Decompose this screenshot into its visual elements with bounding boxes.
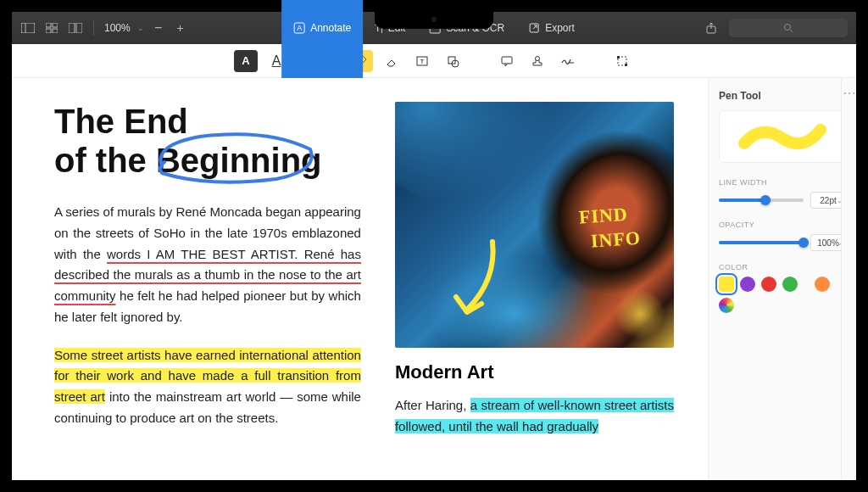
color-swatch-orange[interactable] (815, 277, 830, 292)
svg-rect-4 (46, 29, 51, 33)
svg-rect-3 (53, 23, 58, 27)
color-swatch-red[interactable] (761, 277, 776, 292)
svg-rect-0 (21, 23, 35, 33)
zoom-out-button[interactable]: − (151, 20, 166, 36)
color-swatch-purple[interactable] (740, 277, 755, 292)
paragraph-2: Some street artists have earned internat… (54, 345, 361, 429)
arrow-annotation[interactable] (446, 238, 505, 322)
search-input[interactable] (729, 19, 848, 37)
svg-text:A: A (297, 24, 302, 32)
page-view-icon[interactable] (68, 20, 83, 36)
sidebar-toggle-icon[interactable] (20, 20, 36, 36)
tab-label: Annotate (310, 22, 351, 34)
thumbnail-view-icon[interactable] (44, 20, 59, 36)
color-label: COLOR (719, 263, 846, 271)
search-icon (783, 23, 793, 33)
color-swatch-rainbow[interactable] (719, 298, 734, 313)
tab-label: Export (545, 22, 575, 34)
opacity-label: OPACITY (719, 221, 846, 229)
pen-preview (719, 110, 846, 163)
opacity-slider[interactable] (719, 241, 804, 244)
paragraph-3: After Haring, a stream of well-known str… (395, 395, 674, 438)
share-icon[interactable] (704, 20, 719, 36)
text-highlight-tool[interactable]: A (234, 50, 258, 72)
sidebar-title: Pen Tool (719, 90, 846, 102)
image-artwork: FIND INFO (395, 102, 674, 348)
zoom-value: 100% (104, 22, 131, 34)
color-swatch-green[interactable] (782, 277, 798, 292)
title-line-1: The End (54, 103, 188, 140)
svg-line-13 (533, 25, 537, 29)
color-picker (719, 277, 846, 313)
svg-rect-7 (76, 23, 82, 33)
svg-rect-2 (46, 23, 51, 27)
right-rail: ⋯ (841, 78, 856, 480)
heading-modern-art: Modern Art (395, 361, 674, 383)
svg-point-15 (785, 25, 791, 31)
color-swatch-yellow[interactable] (719, 277, 734, 292)
page-title: The End of the Beginning (54, 102, 361, 180)
title-line-2: of the Beginning (54, 142, 322, 179)
paragraph-1: A series of murals by René Moncada began… (54, 202, 361, 328)
handwritten-annotation[interactable]: FIND INFO (578, 202, 642, 254)
svg-rect-6 (69, 23, 75, 33)
zoom-in-button[interactable]: + (173, 20, 188, 36)
svg-rect-24 (617, 56, 620, 59)
svg-rect-5 (53, 29, 58, 33)
svg-rect-25 (625, 64, 627, 66)
document-page: The End of the Beginning A series of mur… (12, 78, 708, 480)
line-width-label: LINE WIDTH (719, 178, 846, 187)
crop-tool[interactable] (610, 50, 634, 72)
svg-line-16 (790, 30, 793, 32)
more-icon[interactable]: ⋯ (843, 85, 856, 480)
inspector-sidebar: Pen Tool LINE WIDTH 22pt OPACITY (708, 78, 856, 480)
line-width-slider[interactable] (719, 198, 804, 202)
zoom-control[interactable]: 100% ⌄ (104, 22, 144, 34)
